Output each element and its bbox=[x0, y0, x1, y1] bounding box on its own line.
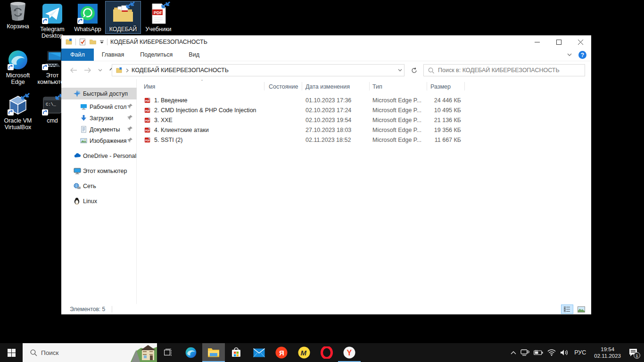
thumbnails-view-button[interactable] bbox=[575, 304, 587, 314]
column-divider[interactable] bbox=[369, 82, 370, 90]
divider bbox=[107, 39, 107, 45]
sidebar-item-downloads[interactable]: Загрузки bbox=[61, 112, 137, 124]
recent-locations-icon[interactable] bbox=[98, 69, 102, 72]
column-divider[interactable] bbox=[427, 82, 427, 90]
column-header-size[interactable]: Размер bbox=[430, 83, 451, 90]
sidebar-item-this-pc[interactable]: Этот компьютер bbox=[61, 165, 137, 177]
search-highlight-image[interactable] bbox=[131, 343, 157, 362]
taskbar-edge-icon[interactable] bbox=[180, 343, 202, 362]
taskbar-explorer-icon[interactable] bbox=[202, 343, 225, 362]
title-bar[interactable]: КОДЕБАЙ КИБЕРБЕЗОПАСНОСТЬ bbox=[61, 35, 591, 49]
window-main: Быстрый доступ Рабочий стол Загрузки bbox=[61, 79, 591, 304]
desktop-icon-telegram[interactable]: Telegram Desktop bbox=[34, 3, 70, 39]
sidebar-item-documents[interactable]: Документы bbox=[61, 123, 137, 135]
breadcrumb-chevron-icon[interactable] bbox=[126, 68, 129, 73]
new-folder-icon[interactable] bbox=[89, 38, 97, 46]
column-divider[interactable] bbox=[464, 82, 465, 90]
explorer-window: КОДЕБАЙ КИБЕРБЕЗОПАСНОСТЬ Файл Главная П… bbox=[61, 35, 591, 314]
address-dropdown-icon[interactable] bbox=[398, 69, 402, 72]
task-view-button[interactable] bbox=[157, 343, 180, 362]
forward-icon[interactable] bbox=[84, 67, 91, 73]
tray-chevron-icon[interactable] bbox=[511, 351, 516, 354]
sidebar-item-pictures[interactable]: Изображения bbox=[61, 135, 137, 147]
file-modified: 02.10.2023 19:54 bbox=[305, 117, 351, 123]
properties-icon[interactable] bbox=[79, 38, 86, 46]
taskbar-clock[interactable]: 19:54 02.11.2023 bbox=[592, 346, 623, 360]
column-divider[interactable] bbox=[264, 82, 264, 90]
search-box[interactable]: Поиск в: КОДЕБАЙ КИБЕРБЕЗОПАСНОСТЬ bbox=[423, 64, 585, 76]
sidebar-item-desktop[interactable]: Рабочий стол bbox=[61, 101, 137, 113]
desktop-icon-label: Корзина bbox=[0, 23, 36, 30]
file-row[interactable]: PDF 3. XXE 02.10.2023 19:54 Microsoft Ed… bbox=[137, 115, 476, 125]
sort-ascending-icon: ˆ bbox=[201, 79, 203, 84]
file-name: 1. Введение bbox=[154, 97, 188, 104]
details-view-button[interactable] bbox=[561, 304, 573, 314]
column-header-name[interactable]: Имя bbox=[144, 83, 155, 90]
column-header-modified[interactable]: Дата изменения bbox=[305, 83, 350, 90]
sidebar-item-quick-access[interactable]: Быстрый доступ bbox=[61, 88, 137, 99]
breadcrumb[interactable]: КОДЕБАЙ КИБЕРБЕЗОПАСНОСТЬ bbox=[132, 67, 229, 74]
pdf-file-icon: PDF bbox=[144, 127, 151, 133]
tab-share[interactable]: Поделиться bbox=[132, 49, 181, 61]
svg-text:M: M bbox=[301, 349, 307, 357]
column-header-type[interactable]: Тип bbox=[372, 83, 382, 90]
taskbar-mail-icon[interactable] bbox=[248, 343, 270, 362]
notification-badge: 1 bbox=[634, 352, 640, 359]
file-row[interactable]: PDF 4. Клиентские атаки 27.10.2023 18:03… bbox=[137, 125, 476, 135]
sidebar-item-onedrive[interactable]: OneDrive - Personal bbox=[61, 150, 137, 162]
ribbon-collapse-icon[interactable] bbox=[567, 53, 572, 57]
meet-now-icon[interactable] bbox=[520, 349, 529, 356]
file-row[interactable]: PDF 5. SSTI (2) 02.11.2023 18:52 Microso… bbox=[137, 135, 476, 145]
taskbar-store-icon[interactable] bbox=[225, 343, 248, 362]
language-indicator[interactable]: РУС bbox=[572, 349, 588, 356]
back-icon[interactable] bbox=[70, 67, 77, 73]
desktop-icon-uchebniki[interactable]: PDF Учебники bbox=[140, 3, 176, 33]
taskbar-search-placeholder: Поиск bbox=[41, 349, 58, 356]
tab-file[interactable]: Файл bbox=[61, 49, 94, 61]
network-icon bbox=[74, 182, 81, 190]
svg-text:C:\_: C:\_ bbox=[46, 102, 56, 107]
close-button[interactable] bbox=[570, 35, 591, 49]
shortcut-arrow-icon bbox=[42, 64, 48, 70]
taskbar-opera-icon[interactable] bbox=[315, 343, 338, 362]
action-center-icon[interactable]: 1 bbox=[627, 346, 639, 359]
file-row[interactable]: PDF 1. Введение 01.10.2023 17:36 Microso… bbox=[137, 96, 476, 106]
desktop-icon-virtualbox[interactable]: Oracle VM VirtualBox bbox=[0, 94, 36, 131]
column-divider[interactable] bbox=[302, 82, 302, 90]
shortcut-arrow-icon bbox=[42, 18, 48, 24]
file-size: 21 136 КБ bbox=[400, 117, 461, 123]
qat-dropdown-icon[interactable] bbox=[99, 40, 104, 44]
column-header-status[interactable]: Состояние bbox=[269, 83, 298, 90]
help-icon[interactable]: ? bbox=[578, 51, 586, 59]
volume-icon[interactable] bbox=[560, 349, 568, 356]
taskbar: Поиск bbox=[0, 343, 644, 362]
svg-text:PDF: PDF bbox=[145, 119, 150, 122]
desktop-icon-edge[interactable]: Microsoft Edge bbox=[0, 49, 36, 85]
sidebar-item-linux[interactable]: Linux bbox=[61, 195, 137, 207]
start-button[interactable] bbox=[0, 343, 23, 362]
address-bar[interactable]: КОДЕБАЙ КИБЕРБЕЗОПАСНОСТЬ bbox=[112, 64, 405, 76]
desktop-icon-kodebay[interactable]: КОДЕБАЙ bbox=[105, 1, 141, 34]
navigation-bar: КОДЕБАЙ КИБЕРБЕЗОПАСНОСТЬ Поиск в: КОДЕБ… bbox=[61, 61, 591, 79]
pdf-file-icon: PDF bbox=[148, 3, 169, 25]
file-row[interactable]: PDF 2. CMD Injection & PHP Code Injectio… bbox=[137, 106, 476, 115]
battery-icon[interactable] bbox=[534, 350, 543, 355]
sidebar-item-label: Рабочий стол bbox=[90, 104, 126, 110]
taskbar-search[interactable]: Поиск bbox=[23, 343, 157, 362]
nav-arrows bbox=[61, 67, 116, 74]
whatsapp-icon bbox=[77, 3, 99, 25]
system-tray: РУС 19:54 02.11.2023 1 bbox=[511, 343, 644, 362]
refresh-button[interactable] bbox=[407, 64, 421, 76]
tab-home[interactable]: Главная bbox=[94, 49, 132, 61]
taskbar-m-browser-icon[interactable]: M bbox=[293, 343, 315, 362]
minimize-button[interactable] bbox=[526, 35, 548, 49]
desktop-icon-whatsapp[interactable]: WhatsApp bbox=[70, 3, 106, 33]
maximize-button[interactable] bbox=[548, 35, 570, 49]
sidebar-item-network[interactable]: Сеть bbox=[61, 180, 137, 192]
window-title: КОДЕБАЙ КИБЕРБЕЗОПАСНОСТЬ bbox=[110, 39, 207, 45]
taskbar-yandex-browser-icon[interactable]: Y bbox=[338, 343, 361, 362]
tab-view[interactable]: Вид bbox=[181, 49, 207, 61]
wifi-icon[interactable] bbox=[547, 349, 556, 356]
desktop-icon-recycle-bin[interactable]: Корзина bbox=[0, 0, 36, 30]
taskbar-yandex-icon[interactable]: Я bbox=[270, 343, 293, 362]
